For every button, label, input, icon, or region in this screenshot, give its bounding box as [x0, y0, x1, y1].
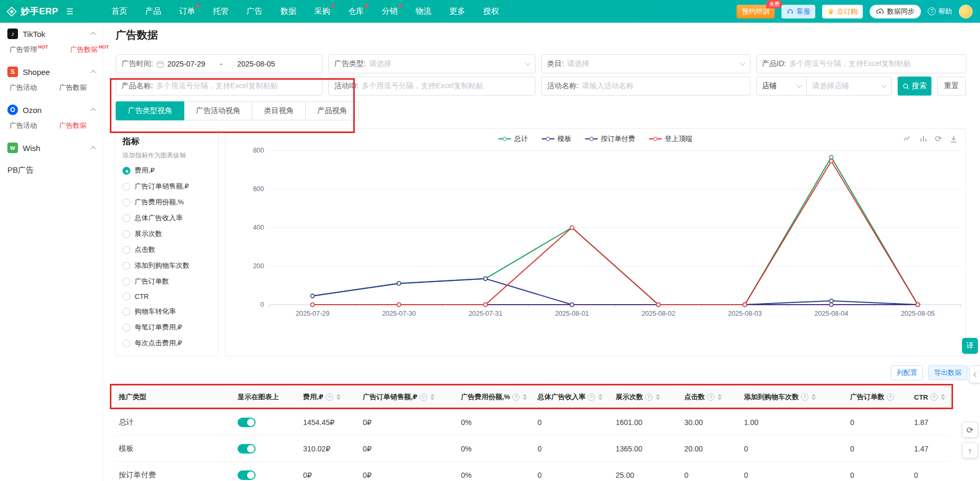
metric-option-6[interactable]: 添加到购物车次数 — [123, 261, 218, 270]
column-header-1[interactable]: 显示在图表上 — [231, 392, 297, 402]
sidebar-item-tiktok-1[interactable]: 广告数据HOT — [70, 45, 109, 54]
visibility-toggle[interactable] — [238, 470, 256, 480]
sidebar-item-ozon-0[interactable]: 广告活动 — [10, 121, 37, 130]
refresh-icon[interactable]: ⟳ — [935, 135, 942, 143]
tab-1[interactable]: 广告活动视角 — [184, 101, 252, 120]
bar-chart-icon[interactable] — [919, 135, 928, 143]
date-start-input[interactable]: 2025-07-29 — [167, 60, 205, 68]
metric-option-4[interactable]: 展示次数 — [123, 229, 218, 239]
brand[interactable]: 妙手ERP ☰ — [0, 5, 103, 17]
metric-option-9[interactable]: 购物车转化率 — [123, 307, 218, 316]
nav-item-10[interactable]: 更多 — [449, 6, 465, 16]
data-sync-button[interactable]: 数据同步 — [870, 5, 921, 18]
metric-option-1[interactable]: 广告订单销售额,₽ — [123, 182, 218, 191]
line-chart-icon[interactable] — [903, 134, 912, 143]
campaign-name-input[interactable]: 活动名称: 请输入活动名称 — [541, 77, 750, 96]
metric-option-8[interactable]: CTR — [123, 293, 218, 300]
nav-item-0[interactable]: 首页 — [111, 6, 127, 16]
sidebar-section-shopee[interactable]: SShopee — [0, 61, 102, 83]
sidebar-item-ozon-1[interactable]: 广告数据 — [59, 121, 87, 130]
chart-tools: ⟳ — [903, 134, 958, 143]
ad-type-select[interactable]: 广告类型: 请选择 — [328, 54, 535, 73]
legend-item-0[interactable]: 总计 — [498, 134, 528, 144]
drawer-handle[interactable] — [969, 365, 980, 383]
main-content: 广告数据 广告时间: 2025-07-29 - 2025-08-05 广告类型:… — [103, 23, 980, 481]
back-to-top-button[interactable]: ↑ — [962, 442, 978, 458]
column-header-9[interactable]: 广告订单数? — [844, 392, 908, 402]
help-button[interactable]: ? 帮助 — [928, 7, 952, 16]
category-select[interactable]: 类目: 请选择 — [541, 54, 750, 73]
shop-type-select[interactable]: 店铺 — [756, 77, 807, 96]
metric-option-5[interactable]: 点击数 — [123, 245, 218, 254]
radio-icon — [123, 230, 130, 238]
reset-button[interactable]: 重置 — [937, 77, 966, 96]
column-config-button[interactable]: 列配置 — [891, 365, 923, 380]
hamburger-icon[interactable]: ☰ — [66, 7, 73, 16]
svg-text:2025-07-31: 2025-07-31 — [468, 310, 502, 317]
date-range-filter[interactable]: 广告时间: 2025-07-29 - 2025-08-05 — [116, 54, 323, 73]
column-header-7[interactable]: 点击数? — [678, 392, 738, 402]
nav-item-1[interactable]: 产品 — [145, 6, 161, 16]
legend-item-2[interactable]: 按订单付费 — [585, 134, 635, 144]
column-header-3[interactable]: 广告订单销售额,₽? — [356, 392, 455, 402]
nav-item-2[interactable]: 订单 — [179, 6, 195, 16]
column-header-5[interactable]: 总体广告收入率? — [531, 392, 609, 402]
column-header-10[interactable]: CTR? — [908, 393, 950, 401]
sidebar-item-tiktok-0[interactable]: 广告管理HOT — [10, 45, 48, 54]
column-header-8[interactable]: 添加到购物车次数? — [738, 392, 844, 402]
sidebar-section-tiktok[interactable]: ♪TikTok — [0, 23, 102, 45]
table-cell: 0₽ — [356, 418, 455, 427]
shop-select[interactable]: 请选择店铺 — [806, 77, 892, 96]
metric-option-11[interactable]: 每次点击费用,₽ — [123, 338, 218, 348]
product-name-input[interactable]: 产品名称: 多个用逗号分隔，支持Excel复制粘贴 — [116, 77, 323, 96]
legend-item-1[interactable]: 模板 — [542, 134, 571, 144]
nav-item-3[interactable]: 托管 — [213, 6, 229, 16]
column-header-6[interactable]: 展示次数? — [609, 392, 678, 402]
sidebar-item-shopee-1[interactable]: 广告数据 — [59, 83, 87, 92]
nav-item-7[interactable]: 仓库 — [348, 6, 364, 16]
tab-2[interactable]: 类目视角 — [252, 101, 306, 120]
campaign-id-input[interactable]: 活动ID: 多个用逗号分隔，支持Excel复制粘贴 — [328, 77, 535, 96]
sidebar-item-shopee-0[interactable]: 广告活动 — [10, 83, 37, 92]
sidebar-section-ozon[interactable]: OOzon — [0, 99, 102, 121]
tab-0[interactable]: 广告类型视角 — [116, 101, 184, 120]
visibility-toggle[interactable] — [238, 418, 256, 427]
tab-3[interactable]: 产品视角 — [305, 101, 359, 120]
sidebar: ♪TikTok广告管理HOT广告数据HOTSShopee广告活动广告数据OOzo… — [0, 23, 103, 481]
search-button[interactable]: 搜索 — [898, 77, 931, 96]
sidebar-section-label: Wish — [23, 144, 87, 153]
nav-item-9[interactable]: 物流 — [416, 6, 431, 16]
translate-button[interactable]: 译 — [962, 338, 978, 354]
metric-option-2[interactable]: 广告费用份额,% — [123, 197, 218, 207]
metrics-subtitle: 添加指标作为图表纵轴 — [123, 151, 218, 160]
nav-item-4[interactable]: 广告 — [247, 6, 262, 16]
avatar[interactable] — [959, 5, 973, 18]
nav-item-11[interactable]: 授权 — [483, 6, 499, 16]
table-cell: 0 — [908, 471, 950, 479]
column-header-0[interactable]: 推广类型 — [115, 392, 231, 402]
export-button[interactable]: 导出数据 — [928, 365, 967, 380]
nav-item-6[interactable]: 采购 — [314, 6, 330, 16]
column-header-4[interactable]: 广告费用份额,%? — [455, 392, 531, 402]
legend-item-3[interactable]: 登上顶端 — [649, 134, 692, 144]
sidebar-section-wish[interactable]: wWish — [0, 137, 102, 159]
metric-option-3[interactable]: 总体广告收入率 — [123, 213, 218, 223]
nav-item-5[interactable]: 数据 — [280, 6, 296, 16]
metric-option-0[interactable]: 费用,₽ — [123, 166, 218, 175]
download-icon[interactable] — [949, 135, 958, 143]
table-cell: 1365.00 — [609, 445, 678, 453]
metric-option-10[interactable]: 每笔订单费用,₽ — [123, 323, 218, 332]
sidebar-item-pb-ads[interactable]: PB广告 — [0, 159, 102, 182]
customer-service-button[interactable]: 客服 — [781, 5, 815, 18]
visibility-toggle[interactable] — [238, 444, 256, 454]
nav-item-8[interactable]: 分销 — [382, 6, 398, 16]
column-header-2[interactable]: 费用,₽? — [297, 392, 356, 402]
refresh-float-button[interactable]: ⟳ — [962, 422, 978, 438]
product-id-input[interactable]: 产品ID: 多个用逗号分隔，支持Excel复制粘贴 — [756, 54, 966, 73]
chevron-up-icon — [91, 70, 96, 76]
nav-actions: 预约培训 免费 客服 ♛ 立订购 数据同步 — [737, 5, 980, 18]
subscribe-button[interactable]: ♛ 立订购 — [822, 5, 863, 18]
metric-option-7[interactable]: 广告订单数 — [123, 277, 218, 286]
training-button[interactable]: 预约培训 免费 — [737, 5, 775, 18]
date-end-input[interactable]: 2025-08-05 — [237, 60, 275, 68]
